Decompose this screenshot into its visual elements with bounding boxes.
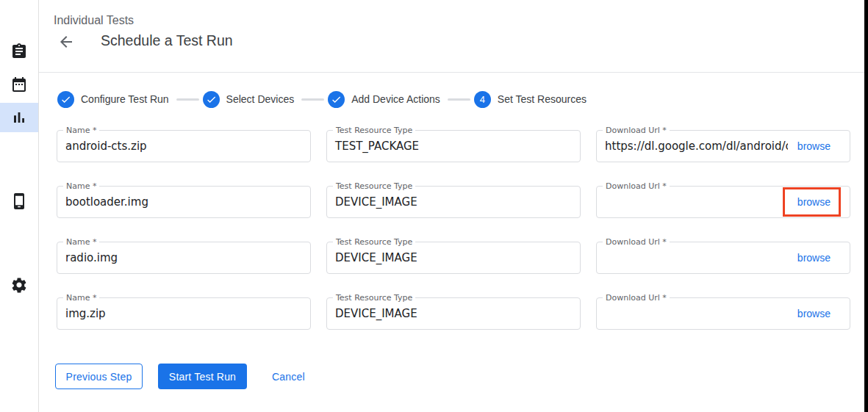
url-field-row-2[interactable]: Download Url * browse — [596, 186, 850, 218]
url-field-row-1[interactable]: Download Url * https://dl.google.com/dl/… — [596, 130, 850, 162]
type-field-value: DEVICE_IMAGE — [327, 242, 580, 273]
browse-link[interactable]: browse — [788, 242, 840, 273]
type-field-label: Test Resource Type — [333, 293, 415, 303]
url-field-value — [597, 242, 788, 273]
form-actions: Previous Step Start Test Run Cancel — [55, 364, 315, 389]
type-field-row-1[interactable]: Test Resource Type TEST_PACKAGE — [326, 130, 581, 162]
name-field-label: Name * — [63, 293, 99, 303]
back-button[interactable] — [57, 33, 75, 51]
step-label: Set Test Resources — [498, 93, 587, 105]
breadcrumb: Individual Tests — [54, 14, 134, 27]
bar-chart-icon — [10, 109, 28, 126]
type-field-value: DEVICE_IMAGE — [327, 298, 580, 329]
sidebar-item-settings[interactable] — [0, 270, 38, 300]
step-label: Select Devices — [226, 93, 295, 105]
step-label: Configure Test Run — [81, 93, 169, 105]
step-connector — [176, 98, 199, 101]
type-field-value: TEST_PACKAGE — [327, 131, 580, 162]
step-configure-test-run[interactable]: Configure Test Run — [57, 91, 169, 108]
name-field-value: android-cts.zip — [57, 131, 310, 162]
step-1-check-icon — [57, 91, 74, 108]
browse-link[interactable]: browse — [788, 187, 840, 217]
type-field-label: Test Resource Type — [333, 126, 415, 135]
smartphone-icon — [10, 192, 28, 210]
step-4-number: 4 — [474, 91, 491, 108]
arrow-back-icon — [57, 33, 75, 51]
browse-link[interactable]: browse — [788, 298, 840, 329]
type-field-value: DEVICE_IMAGE — [327, 187, 580, 217]
type-field-row-4[interactable]: Test Resource Type DEVICE_IMAGE — [326, 297, 581, 330]
url-field-label: Download Url * — [603, 293, 670, 303]
type-field-row-3[interactable]: Test Resource Type DEVICE_IMAGE — [326, 242, 581, 274]
name-field-row-1[interactable]: Name * android-cts.zip — [57, 130, 311, 162]
start-test-run-button[interactable]: Start Test Run — [158, 364, 247, 389]
right-edge-strip — [864, 0, 868, 412]
type-field-label: Test Resource Type — [333, 237, 415, 247]
clipboard-icon — [10, 43, 28, 60]
sidebar-item-devices[interactable] — [0, 187, 38, 216]
url-field-row-3[interactable]: Download Url * browse — [596, 242, 850, 274]
name-field-label: Name * — [63, 181, 99, 191]
name-field-row-4[interactable]: Name * img.zip — [57, 297, 311, 330]
step-connector — [448, 98, 470, 101]
url-field-value — [597, 298, 788, 329]
step-select-devices[interactable]: Select Devices — [203, 91, 295, 108]
step-3-check-icon — [328, 91, 345, 108]
sidebar-item-tests[interactable] — [0, 37, 38, 66]
url-field-row-4[interactable]: Download Url * browse — [596, 297, 850, 330]
previous-step-button[interactable]: Previous Step — [55, 364, 143, 389]
url-field-value — [597, 187, 788, 217]
calendar-icon — [10, 76, 28, 93]
name-field-label: Name * — [63, 237, 99, 247]
test-resources-form: Name * android-cts.zip Test Resource Typ… — [57, 130, 850, 330]
gear-icon — [10, 276, 28, 294]
sidebar-item-test-plans[interactable] — [0, 70, 38, 99]
url-field-label: Download Url * — [603, 237, 670, 247]
type-field-label: Test Resource Type — [333, 181, 415, 191]
url-field-value: https://dl.google.com/dl/android/c — [597, 131, 788, 162]
sidebar — [0, 0, 39, 412]
page-title: Schedule a Test Run — [101, 32, 233, 49]
browse-link[interactable]: browse — [788, 131, 840, 162]
name-field-value: radio.img — [57, 242, 310, 273]
url-field-label: Download Url * — [603, 126, 670, 135]
name-field-label: Name * — [63, 126, 99, 135]
url-field-label: Download Url * — [603, 181, 670, 191]
header-divider — [39, 72, 864, 73]
step-connector — [301, 98, 324, 101]
stepper: Configure Test Run Select Devices Add De… — [57, 90, 587, 108]
step-set-test-resources[interactable]: 4 Set Test Resources — [474, 91, 587, 108]
step-label: Add Device Actions — [351, 93, 440, 105]
sidebar-item-test-runs[interactable] — [0, 103, 38, 132]
name-field-row-2[interactable]: Name * bootloader.img — [57, 186, 311, 218]
type-field-row-2[interactable]: Test Resource Type DEVICE_IMAGE — [326, 186, 581, 218]
main-content: Individual Tests Schedule a Test Run Con… — [39, 0, 864, 412]
name-field-row-3[interactable]: Name * radio.img — [57, 242, 311, 274]
cancel-button[interactable]: Cancel — [262, 364, 315, 389]
step-add-device-actions[interactable]: Add Device Actions — [328, 91, 440, 108]
step-2-check-icon — [203, 91, 220, 108]
name-field-value: img.zip — [57, 298, 310, 329]
name-field-value: bootloader.img — [57, 187, 310, 217]
